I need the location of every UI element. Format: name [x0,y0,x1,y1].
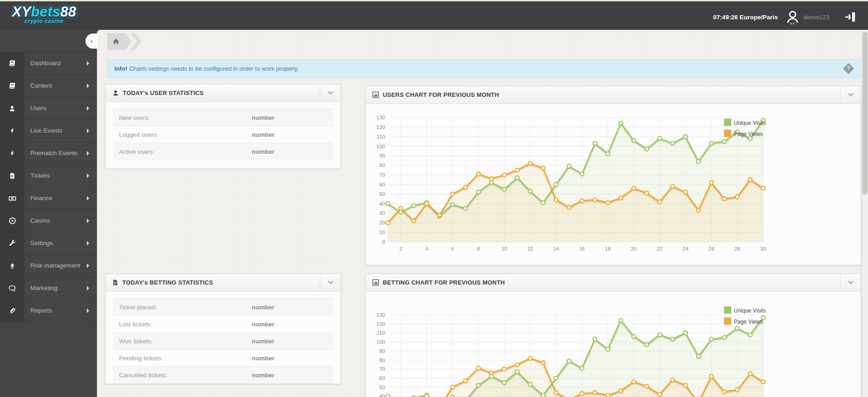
flame-icon [0,255,24,277]
svg-text:4: 4 [425,246,428,252]
betting-chart-panel: BETTING CHART FOR PREVIOUS MONTH 0102030… [365,274,861,397]
stat-value: number [252,114,275,121]
stat-value: number [252,321,275,328]
chevron-right-icon [87,129,89,133]
page-scrollbar[interactable] [862,30,868,397]
sidebar-item-label: Reports [30,300,52,322]
alert-prefix: Info! [114,65,127,72]
svg-text:100: 100 [376,144,385,149]
paperclip-icon [0,300,24,322]
svg-text:80: 80 [379,358,385,363]
sidebar-item-label: Content [30,75,52,97]
alert-text: Charts settings needs to be configured i… [129,65,299,72]
svg-text:26: 26 [709,246,715,252]
document-icon [112,279,119,286]
stat-value: number [252,372,275,379]
sidebar-item-dashboard[interactable]: Dashboard [0,52,97,75]
user-icon [112,89,119,96]
svg-text:90: 90 [379,348,385,354]
logo-text: XYbets88 [12,5,76,19]
panel-title: USERS CHART FOR PREVIOUS MONTH [383,91,499,98]
username[interactable]: demo123 [804,14,829,21]
svg-text:130: 130 [376,312,385,318]
svg-text:130: 130 [376,115,385,120]
bolt-icon [0,120,24,142]
collapse-chevron-icon[interactable] [840,274,861,291]
sidebar-item-users[interactable]: Users [0,97,97,120]
sidebar-item-label: Marketing [30,277,57,299]
stat-value: number [252,355,275,362]
bolt-icon [0,142,24,164]
stat-row: Ticket placed:number [113,299,333,316]
breadcrumb [107,33,142,50]
help-icon[interactable]: ? [843,63,854,74]
sidebar-menu: DashboardContentUsersLive EventsPrematch… [0,52,97,322]
stat-label: Cancelled tickets: [119,372,168,379]
sidebar: DashboardContentUsersLive EventsPrematch… [0,30,97,397]
app-logo[interactable]: XYbets88 crypto casino [12,5,76,24]
user-icon [0,97,24,119]
sidebar-item-finance[interactable]: 1Finance [0,187,97,210]
chevron-right-icon [87,308,89,313]
chevron-right-icon [87,241,89,246]
stat-label: Pending tickets: [119,355,163,362]
sidebar-item-label: Casino [30,210,50,232]
stat-row: Pending tickets:number [113,350,333,367]
sidebar-collapse-button[interactable]: ‹ [85,34,98,49]
home-icon [112,38,120,45]
collapse-chevron-icon[interactable] [320,274,340,291]
stat-value: number [252,338,275,345]
sidebar-item-content[interactable]: Content [0,75,97,97]
svg-text:20: 20 [631,246,637,252]
svg-text:40: 40 [379,393,385,397]
svg-text:70: 70 [379,172,385,178]
svg-text:Page Views: Page Views [734,319,763,325]
logout-icon[interactable] [843,9,857,25]
svg-text:6: 6 [451,246,454,252]
bar-chart-icon [372,279,379,286]
sidebar-item-casino[interactable]: Casino [0,210,97,232]
sidebar-item-settings[interactable]: Settings [0,232,97,255]
chevron-right-icon [87,218,89,223]
svg-text:70: 70 [379,366,385,372]
user-avatar-icon[interactable] [784,8,801,26]
svg-text:80: 80 [379,162,385,168]
comment-icon [0,277,24,299]
sidebar-item-prematch-events[interactable]: Prematch Events [0,142,97,165]
collapse-chevron-icon[interactable] [840,86,861,103]
page-top-strip [0,0,868,1]
sidebar-item-marketing[interactable]: Marketing [0,277,97,300]
stat-label: Won tickets: [119,338,153,345]
chevron-right-icon [87,263,89,268]
sidebar-item-risk-management[interactable]: Risk management [0,255,97,277]
breadcrumb-arrow [125,33,131,50]
chevron-right-icon [87,151,89,156]
svg-text:22: 22 [657,246,663,252]
panel-title: BETTING CHART FOR PREVIOUS MONTH [383,279,505,286]
chevron-right-icon [87,173,89,178]
sidebar-item-live-events[interactable]: Live Events [0,120,97,142]
sidebar-item-tickets[interactable]: Tickets [0,165,97,187]
stat-label: New users: [119,114,150,121]
stat-row: New users:number [113,109,333,126]
svg-text:110: 110 [377,134,385,140]
svg-text:12: 12 [527,246,533,252]
svg-text:16: 16 [579,246,585,252]
svg-text:120: 120 [376,124,385,130]
svg-text:10: 10 [501,246,507,252]
stat-value: number [252,131,275,138]
collapse-chevron-icon[interactable] [320,84,340,101]
users-chart: 0102030405060708090100110120130246810121… [366,104,861,262]
betting-chart: 0102030405060708090100110120130246810121… [366,291,861,397]
svg-text:90: 90 [379,153,385,158]
svg-text:120: 120 [376,321,385,327]
sidebar-item-reports[interactable]: Reports [0,300,97,322]
info-alert: Info!Charts settings needs to be configu… [107,59,860,78]
stat-label: Active users: [119,148,154,155]
breadcrumb-chevron [130,33,142,50]
svg-text:10: 10 [379,229,385,235]
stat-value: number [252,148,275,155]
money-icon: 1 [0,187,24,209]
scrollbar-thumb[interactable] [862,32,868,195]
breadcrumb-home-button[interactable] [107,33,125,50]
